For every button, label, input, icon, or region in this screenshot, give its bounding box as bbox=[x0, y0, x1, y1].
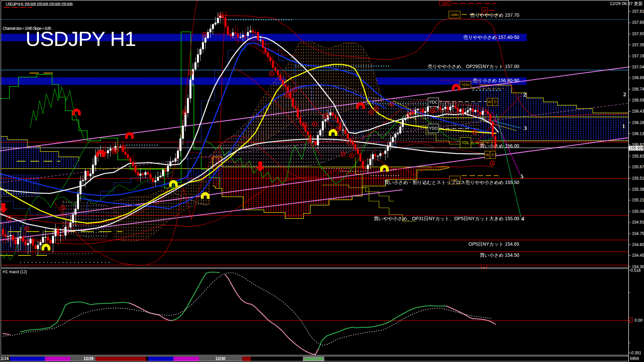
svg-text:OP5日NYカット 154.65: OP5日NYカット 154.65 bbox=[469, 241, 519, 247]
svg-text:YDO: YDO bbox=[429, 126, 438, 131]
svg-text:LWH: LWH bbox=[450, 13, 459, 17]
svg-text:USDJPY,H1 155.926 155.926 155: USDJPY,H1 155.926 155.926 155.926 155.92… bbox=[6, 2, 73, 7]
svg-text:154.755: 154.755 bbox=[632, 231, 644, 236]
svg-text:155.926: 155.926 bbox=[630, 146, 644, 150]
svg-text:W: W bbox=[486, 153, 489, 157]
svg-text:M: M bbox=[483, 266, 485, 269]
svg-text:156.895: 156.895 bbox=[632, 75, 644, 80]
svg-text:157.045: 157.045 bbox=[632, 65, 644, 69]
svg-text:155.365: 155.365 bbox=[632, 187, 644, 192]
svg-text:4: 4 bbox=[521, 216, 524, 222]
svg-text:154.455: 154.455 bbox=[632, 253, 644, 258]
svg-text:2: 2 bbox=[523, 92, 526, 98]
svg-text:5: 5 bbox=[521, 173, 524, 180]
svg-text:買い小さめ・割り込むとストップロス売りやや小さめめ 155.: 買い小さめ・割り込むとストップロス売りやや小さめめ 155.50 bbox=[384, 180, 519, 185]
svg-text:買いやや小さめ、OP31日NYカット、OP5日NYカット大き: 買いやや小さめ、OP31日NYカット、OP5日NYカット大きめ 155.00 bbox=[374, 216, 519, 221]
svg-text:157.195: 157.195 bbox=[632, 54, 644, 58]
svg-text:2: 2 bbox=[623, 91, 626, 98]
svg-text:1: 1 bbox=[622, 123, 625, 129]
svg-text:156.590: 156.590 bbox=[632, 98, 644, 103]
svg-text:0.00: 0.00 bbox=[635, 318, 643, 323]
svg-text:-0.351: -0.351 bbox=[630, 351, 641, 355]
svg-text:H1 macd (12): H1 macd (12) bbox=[3, 269, 27, 274]
svg-text:D: D bbox=[491, 153, 494, 157]
svg-text:YDH: YDH bbox=[462, 83, 469, 87]
svg-text:154.605: 154.605 bbox=[632, 242, 644, 247]
svg-text:12/30: 12/30 bbox=[215, 356, 225, 361]
svg-text:157.500: 157.500 bbox=[632, 32, 644, 36]
svg-text:157.810: 157.810 bbox=[632, 9, 644, 14]
svg-text:0.516: 0.516 bbox=[631, 268, 641, 273]
svg-text:YDC: YDC bbox=[429, 100, 438, 105]
svg-text:売りやや小さめ 157.70: 売りやや小さめ 157.70 bbox=[470, 12, 520, 18]
svg-text:D: D bbox=[494, 100, 496, 104]
svg-text:156.130: 156.130 bbox=[632, 131, 644, 136]
svg-text:買い小さめ 156.00: 買い小さめ 156.00 bbox=[480, 143, 519, 148]
svg-text:売りやや小さめ 157.40-50: 売りやや小さめ 157.40-50 bbox=[463, 35, 519, 40]
svg-text:12/29: 12/29 bbox=[84, 356, 94, 361]
svg-text:2/26: 2/26 bbox=[1, 356, 9, 361]
svg-text:156.280: 156.280 bbox=[632, 120, 644, 125]
svg-text:買い小さめ 154.50: 買い小さめ 154.50 bbox=[480, 252, 519, 258]
svg-text:157.350: 157.350 bbox=[632, 43, 644, 47]
svg-text:YDL: YDL bbox=[462, 140, 470, 145]
svg-text:155.060: 155.060 bbox=[632, 209, 644, 214]
svg-text:155.215: 155.215 bbox=[632, 198, 644, 202]
svg-text:売り小さめ 156.80-90: 売り小さめ 156.80-90 bbox=[473, 78, 519, 83]
svg-text:W: W bbox=[488, 100, 492, 104]
svg-text:5959: 5959 bbox=[630, 356, 639, 361]
svg-text:USDJPY H1: USDJPY H1 bbox=[25, 27, 136, 50]
svg-text:155.820: 155.820 bbox=[632, 154, 644, 159]
svg-text:156.740: 156.740 bbox=[632, 87, 644, 92]
svg-text:157.655: 157.655 bbox=[632, 20, 644, 25]
svg-text:3: 3 bbox=[524, 125, 527, 131]
svg-text:155.515: 155.515 bbox=[632, 176, 644, 181]
svg-text:156.435: 156.435 bbox=[632, 109, 644, 114]
svg-text:macd ON: macd ON bbox=[305, 356, 323, 361]
svg-text:12/29 06:37 更新: 12/29 06:37 更新 bbox=[610, 1, 643, 6]
svg-text:155.670: 155.670 bbox=[632, 165, 644, 169]
svg-text:154.910: 154.910 bbox=[632, 220, 644, 225]
svg-text:LMH: LMH bbox=[441, 2, 448, 5]
svg-text:売りやや小さめ、OP29日NYカット 157.00: 売りやや小さめ、OP29日NYカット 157.00 bbox=[428, 64, 519, 69]
